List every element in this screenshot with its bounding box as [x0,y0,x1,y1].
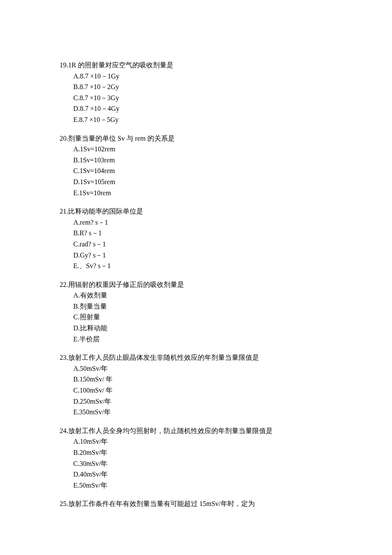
question-stem-text: 放射工作条件在年有效剂量当量有可能超过 15mSv/年时，定为 [68,500,255,507]
option-text: 剂量当量 [80,303,107,310]
question-stem: 22.用辐射的权重因子修正后的吸收剂量是 [60,279,341,290]
options-list: A.8.7 ×10－1GyB.8.7 ×10－2GyC.8.7 ×10－3GyD… [60,71,341,125]
question-stem-text: 用辐射的权重因子修正后的吸收剂量是 [68,281,184,288]
option-label: B [73,229,78,237]
option-text: Gy? s－1 [80,251,106,259]
option-label: A [73,145,78,153]
option-text: 8.7 ×10－4Gy [80,105,120,112]
question-stem: 24.放射工作人员全身均匀照射时，防止随机性效应的年剂量当量限值是 [60,425,341,436]
question-block: 25.放射工作条件在年有效剂量当量有可能超过 15mSv/年时，定为 [60,498,341,509]
option-item: B.剂量当量 [73,301,341,312]
option-item: C.100mSv/ 年 [73,385,341,396]
option-item: A.rem? s－1 [73,217,341,228]
question-block: 24.放射工作人员全身均匀照射时，防止随机性效应的年剂量当量限值是A.10mSv… [60,425,341,491]
question-number: 22 [60,281,66,288]
option-item: B.R? s－1 [73,228,341,239]
option-text: 1Sv=105rem [80,178,115,185]
question-number: 25 [60,500,66,507]
question-block: 22.用辐射的权重因子修正后的吸收剂量是A.有效剂量B.剂量当量C.照射量D.比… [60,279,341,345]
questions-list: 19.1R 的照射量对应空气的吸收剂量是A.8.7 ×10－1GyB.8.7 ×… [60,60,341,509]
option-text: 1Sv=102rem [80,145,115,153]
question-number: 23 [60,354,66,361]
option-item: D.250mSv/年 [73,396,341,407]
option-label: C [73,460,78,467]
option-item: A.1Sv=102rem [73,144,341,155]
options-list: A.10mSv/年B.20mSv/年C.30mSv/年D.40mSv/年E.50… [60,436,341,491]
option-label: B [73,449,78,456]
option-item: E.半价层 [73,334,341,345]
option-item: B.20mSv/年 [73,447,341,458]
option-text: 有效剂量 [80,292,107,299]
option-item: D.40mSv/年 [73,469,341,480]
option-item: B.8.7 ×10－2Gy [73,81,341,92]
option-text: 、Sv? s－1 [79,262,111,269]
option-label: A [73,292,78,299]
option-item: E.350mSv/年 [73,407,341,418]
option-text: 10mSv/年 [80,438,108,445]
question-stem-text: 放射工作人员全身均匀照射时，防止随机性效应的年剂量当量限值是 [68,427,273,434]
document-page: 19.1R 的照射量对应空气的吸收剂量是A.8.7 ×10－1GyB.8.7 ×… [0,0,392,543]
question-stem: 23.放射工作人员防止眼晶体发生非随机性效应的年剂量当量限值是 [60,352,341,363]
option-label: E [73,335,78,343]
option-label: A [73,219,78,226]
option-text: 150mSv/ 年 [80,376,113,383]
options-list: A.rem? s－1B.R? s－1C.rad? s－1D.Gy? s－1E.、… [60,217,341,272]
option-label: B [73,303,78,310]
question-block: 19.1R 的照射量对应空气的吸收剂量是A.8.7 ×10－1GyB.8.7 ×… [60,60,341,125]
question-stem-text: 1R 的照射量对应空气的吸收剂量是 [68,61,173,69]
option-text: 照射量 [80,313,100,321]
option-item: A.有效剂量 [73,290,341,301]
option-label: B [73,156,78,164]
option-item: C.8.7 ×10－3Gy [73,92,341,104]
option-item: B.150mSv/ 年 [73,374,341,385]
option-text: 50mSv/年 [79,482,107,489]
question-block: 21.比释动能率的国际单位是A.rem? s－1B.R? s－1C.rad? s… [60,206,341,272]
option-label: B [73,83,78,90]
option-text: 1Sv=10rem [79,189,111,197]
option-text: 40mSv/年 [80,471,108,478]
option-item: C.1Sv=104rem [73,165,341,176]
option-text: 50mSv/年 [80,365,108,372]
option-label: E [73,482,78,489]
option-item: C.照射量 [73,312,341,323]
option-item: A.10mSv/年 [73,436,341,447]
option-label: D [73,398,78,405]
option-label: B [73,376,78,383]
option-text: 1Sv=103rem [80,156,115,164]
option-label: E [73,189,78,197]
question-stem-text: 剂量当量的单位 Sv 与 rem 的关系是 [68,135,175,142]
option-label: C [73,387,78,394]
question-stem: 19.1R 的照射量对应空气的吸收剂量是 [60,60,341,71]
options-list: A.1Sv=102remB.1Sv=103remC.1Sv=104remD.1S… [60,144,341,198]
option-label: D [73,471,78,478]
question-number: 24 [60,427,66,434]
option-label: A [73,365,78,372]
option-item: C.30mSv/年 [73,458,341,469]
option-label: A [73,438,78,445]
option-label: D [73,105,78,112]
option-label: C [73,94,78,101]
question-stem: 20.剂量当量的单位 Sv 与 rem 的关系是 [60,133,341,144]
option-label: E [73,408,78,416]
option-item: A.50mSv/年 [73,363,341,374]
option-text: R? s－1 [80,229,102,237]
option-text: 8.7 ×10－2Gy [80,83,119,90]
option-label: A [73,72,78,80]
option-text: 100mSv/ 年 [80,387,113,394]
option-item: E.50mSv/年 [73,480,341,491]
question-number: 19 [60,61,66,69]
option-label: E [73,262,78,269]
option-item: B.1Sv=103rem [73,155,341,166]
question-number: 20 [60,135,66,142]
option-text: rem? s－1 [80,219,108,226]
option-item: E.1Sv=10rem [73,188,341,199]
option-text: 8.7 ×10－3Gy [80,94,119,101]
option-text: 20mSv/年 [80,449,108,456]
option-label: D [73,324,78,332]
option-item: D.8.7 ×10－4Gy [73,103,341,114]
option-text: 350mSv/年 [79,408,111,416]
option-text: 250mSv/年 [80,398,112,405]
option-item: D.Gy? s－1 [73,250,341,261]
question-stem: 21.比释动能率的国际单位是 [60,206,341,217]
option-item: E.、Sv? s－1 [73,260,341,272]
